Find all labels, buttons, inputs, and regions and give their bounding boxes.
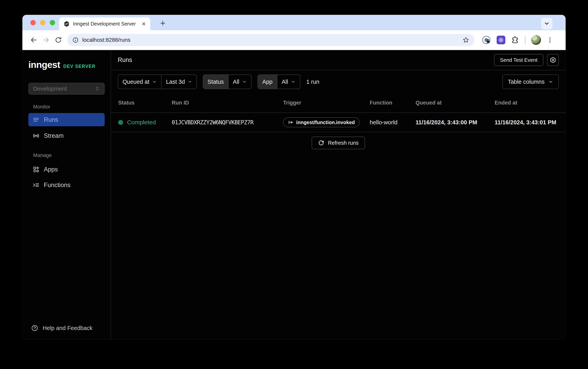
- help-and-feedback[interactable]: Help and Feedback: [22, 324, 111, 332]
- column-header-run-id: Run ID: [172, 100, 283, 106]
- sidebar-item-runs[interactable]: Runs: [28, 113, 105, 126]
- time-filter: Queued at Last 3d: [118, 74, 197, 89]
- app-filter-value: All: [282, 79, 288, 85]
- table-columns-dropdown[interactable]: Table columns: [502, 74, 559, 89]
- trigger-event-name: inngest/function.invoked: [296, 120, 355, 125]
- trigger-event-pill[interactable]: inngest/function.invoked: [283, 117, 360, 127]
- page-header: Runs Send Test Event: [111, 50, 566, 70]
- main-area: Runs Send Test Event Queued at: [111, 50, 566, 339]
- refresh-runs-label: Refresh runs: [328, 140, 359, 146]
- browser-menu-icon[interactable]: [546, 37, 553, 43]
- bookmark-star-icon[interactable]: [462, 37, 469, 43]
- profile-avatar[interactable]: [531, 35, 541, 45]
- section-monitor-label: Monitor: [22, 104, 111, 110]
- password-manager-extension-icon[interactable]: [482, 35, 491, 45]
- traffic-lights: [30, 20, 55, 25]
- status-cell: Completed: [118, 119, 172, 126]
- favicon-inngest-icon: [63, 21, 70, 27]
- browser-window: Inngest Development Server ✕ + localhost…: [22, 15, 566, 339]
- runs-list-icon: [33, 116, 40, 123]
- app-filter-dropdown[interactable]: All: [277, 75, 300, 89]
- chevron-down-icon: [291, 79, 295, 84]
- run-id[interactable]: 01JCVBDXRZZY2W6NQFVKBEPZ7R: [172, 119, 283, 126]
- extensions-puzzle-icon[interactable]: [511, 36, 519, 44]
- new-tab-button[interactable]: +: [157, 18, 168, 29]
- help-circle-icon: [31, 324, 38, 332]
- table-columns-label: Table columns: [508, 79, 545, 85]
- reload-button[interactable]: [52, 34, 64, 46]
- settings-button[interactable]: [547, 54, 559, 66]
- status-badge: Completed: [127, 119, 156, 126]
- tab-search-chevron-button[interactable]: [541, 18, 553, 29]
- time-field-label: Queued at: [123, 79, 149, 85]
- time-range-dropdown[interactable]: Last 3d: [161, 75, 196, 89]
- function-name[interactable]: hello-world: [370, 119, 416, 126]
- status-filter-value: All: [233, 79, 239, 85]
- status-filter-label: Status: [203, 75, 228, 89]
- forward-button[interactable]: [40, 34, 52, 46]
- close-window-button[interactable]: [30, 20, 36, 25]
- tab-close-icon[interactable]: ✕: [142, 21, 146, 27]
- queued-at-value: 11/16/2024, 3:43:00 PM: [416, 119, 495, 126]
- stream-broadcast-icon: [33, 132, 40, 139]
- browser-toolbar: localhost:8288/runs: [22, 30, 566, 50]
- column-header-queued-at: Queued at: [416, 100, 495, 106]
- status-filter-dropdown[interactable]: All: [228, 75, 251, 89]
- filter-bar: Queued at Last 3d Status All: [111, 70, 566, 93]
- chevron-down-icon: [548, 79, 553, 84]
- send-test-event-button[interactable]: Send Test Event: [494, 54, 543, 66]
- purple-extension-icon[interactable]: [497, 36, 505, 44]
- tab-title: Inngest Development Server: [73, 21, 138, 27]
- refresh-runs-button[interactable]: Refresh runs: [312, 137, 365, 149]
- chevron-down-icon: [242, 79, 247, 84]
- minimize-window-button[interactable]: [40, 20, 45, 25]
- time-field-dropdown[interactable]: Queued at: [118, 75, 161, 89]
- column-header-trigger: Trigger: [283, 100, 370, 106]
- trigger-cell: inngest/function.invoked: [283, 117, 370, 127]
- ended-at-value: 11/16/2024, 3:43:01 PM: [495, 119, 566, 126]
- sidebar: inngest DEV SERVER Development Monitor R…: [22, 50, 111, 339]
- sidebar-item-label: Runs: [44, 116, 58, 123]
- dev-server-badge: DEV SERVER: [63, 64, 95, 69]
- time-range-value: Last 3d: [166, 79, 185, 85]
- run-count: 1 run: [306, 79, 319, 85]
- sidebar-item-label: Functions: [44, 181, 70, 189]
- table-row[interactable]: Completed 01JCVBDXRZZY2W6NQFVKBEPZ7R inn…: [111, 113, 566, 132]
- table-header: Status Run ID Trigger Function Queued at…: [111, 93, 566, 113]
- sidebar-item-label: Stream: [44, 132, 64, 139]
- url-text[interactable]: localhost:8288/runs: [82, 37, 130, 43]
- event-icon: [288, 120, 294, 125]
- environment-value: Development: [33, 86, 67, 92]
- sidebar-item-label: Apps: [44, 166, 58, 173]
- sidebar-item-stream[interactable]: Stream: [28, 129, 105, 142]
- site-info-icon[interactable]: [72, 37, 79, 43]
- status-completed-dot-icon: [118, 120, 123, 125]
- extensions-area: [482, 35, 553, 45]
- sidebar-item-apps[interactable]: Apps: [28, 163, 105, 176]
- select-chevrons-icon: [94, 86, 100, 91]
- chevron-down-icon: [188, 80, 192, 84]
- column-header-status: Status: [118, 100, 172, 106]
- column-header-function: Function: [370, 100, 416, 106]
- url-bar[interactable]: localhost:8288/runs: [67, 34, 474, 46]
- refresh-icon: [318, 140, 324, 146]
- page-title: Runs: [118, 56, 132, 64]
- column-header-ended-at: Ended at: [495, 100, 566, 106]
- tab-strip: Inngest Development Server ✕ +: [22, 15, 566, 30]
- functions-icon: [33, 182, 40, 189]
- toolbar-separator: [525, 36, 525, 44]
- chevron-down-icon: [152, 79, 157, 84]
- brand: inngest DEV SERVER: [22, 50, 111, 70]
- back-button[interactable]: [28, 34, 40, 46]
- app-content: inngest DEV SERVER Development Monitor R…: [22, 50, 566, 339]
- environment-select[interactable]: Development: [28, 83, 105, 95]
- settings-gear-icon: [549, 57, 556, 63]
- apps-grid-icon: [33, 166, 40, 173]
- app-filter: App All: [258, 74, 300, 89]
- help-label: Help and Feedback: [43, 325, 93, 331]
- app-filter-label: App: [258, 75, 277, 89]
- browser-tab[interactable]: Inngest Development Server ✕: [59, 17, 150, 30]
- sidebar-item-functions[interactable]: Functions: [28, 178, 105, 192]
- maximize-window-button[interactable]: [50, 20, 55, 25]
- inngest-logo: inngest: [28, 59, 60, 70]
